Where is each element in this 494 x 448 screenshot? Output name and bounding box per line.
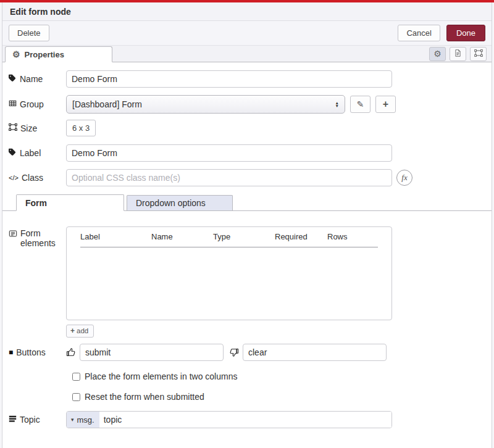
topic-label-text: Topic [20,415,40,425]
column-header-name: Name [151,232,213,241]
column-header-type: Type [213,232,275,241]
dialog-toolbar: Delete Cancel Done [2,21,492,46]
group-label-text: Group [20,99,44,109]
topic-input[interactable] [99,412,391,428]
dialog-title: Edit form node [2,2,492,21]
edit-group-button[interactable]: ✎ [350,96,371,113]
reset-form-checkbox[interactable] [72,393,80,401]
column-header-label: Label [80,232,151,241]
clear-button-input[interactable] [243,344,387,361]
topic-row: Topic ▾ msg. [2,411,492,428]
list-alt-icon [9,230,17,239]
size-label: Size [9,123,66,133]
submit-button-input[interactable] [80,344,224,361]
tabbar-buttons: ⚙ [429,47,492,61]
square-icon: ■ [9,348,13,357]
description-icon-button[interactable] [450,47,466,61]
topic-label: Topic [9,415,66,425]
name-row: Name [2,70,492,88]
fx-button[interactable]: fx [396,170,412,186]
plus-icon: + [383,99,388,110]
thumbs-up-icon [66,347,76,357]
gear-icon: ⚙ [433,49,442,58]
tab-properties[interactable]: ⚙ Properties [5,46,112,62]
tab-properties-label: Properties [25,50,64,59]
group-label: Group [9,99,66,109]
reset-form-label[interactable]: Reset the form when submitted [85,392,204,402]
fx-icon: fx [401,173,407,183]
form-elements-label: Form elements [9,228,66,248]
size-row: Size 6 x 3 [2,120,492,136]
editor-tabbar: ⚙ Properties ⚙ [2,46,492,62]
label-input[interactable] [66,144,392,162]
add-group-button[interactable]: + [375,96,396,113]
chevron-down-icon: ▾ [71,417,74,423]
name-input[interactable] [66,70,392,88]
column-header-rows: Rows [327,232,378,241]
properties-icon-button[interactable]: ⚙ [429,47,446,61]
group-row: Group [Dashboard] Form ▲▼ ✎ + [2,95,492,114]
code-icon: </> [9,174,19,181]
name-label: Name [9,74,66,84]
object-group-icon [9,123,17,133]
delete-button[interactable]: Delete [9,25,49,41]
group-select[interactable]: [Dashboard] Form ▲▼ [66,95,345,114]
group-select-value: [Dashboard] Form [72,99,142,109]
add-element-label: add [77,327,88,334]
label-label: Label [9,148,66,158]
subtab-form[interactable]: Form [16,194,124,211]
two-columns-checkbox[interactable] [72,373,80,381]
thumbs-down-icon [229,347,239,357]
done-button[interactable]: Done [446,25,485,41]
gear-icon: ⚙ [12,50,20,59]
class-label: </> Class [9,173,66,183]
object-group-icon [474,49,483,59]
two-columns-option: Place the form elements in two columns [72,371,485,381]
form-elements-label-text: Form elements [20,228,66,248]
pencil-icon: ✎ [357,99,364,109]
subtab-dropdown-options[interactable]: Dropdown options [127,195,233,210]
size-label-text: Size [20,123,37,133]
form-subtabs: Form Dropdown options [2,194,492,211]
buttons-label-text: Buttons [16,347,45,357]
appearance-icon-button[interactable] [470,47,487,61]
class-input[interactable] [66,169,392,186]
form-elements-header: Label Name Type Required Rows [80,232,378,247]
buttons-row: ■ Buttons [2,344,492,361]
edit-node-tray: Edit form node Delete Cancel Done ⚙ Prop… [2,2,492,448]
tag-icon [9,74,17,84]
label-row: Label [2,144,492,162]
table-icon [9,99,17,109]
tag-icon [9,148,17,158]
name-label-text: Name [20,74,43,84]
label-label-text: Label [20,148,41,158]
document-icon [454,49,462,59]
reset-form-option: Reset the form when submitted [72,392,485,402]
form-elements-table[interactable]: Label Name Type Required Rows [66,226,392,320]
select-arrows-icon: ▲▼ [335,101,339,108]
cancel-button[interactable]: Cancel [398,25,440,41]
size-button[interactable]: 6 x 3 [66,120,96,136]
buttons-label: ■ Buttons [9,347,66,357]
plus-icon: + [70,326,75,335]
two-columns-label[interactable]: Place the form elements in two columns [85,371,237,381]
column-header-required: Required [275,232,327,241]
class-row: </> Class fx [2,169,492,186]
properties-form: Name Group [Dashboard] Form ▲▼ ✎ + [2,62,492,448]
topic-typed-input: ▾ msg. [66,411,392,428]
class-label-text: Class [22,173,43,183]
typed-input-type-button[interactable]: ▾ msg. [67,412,99,428]
typed-input-prefix: msg. [77,415,94,425]
add-element-button[interactable]: + add [66,325,94,338]
form-elements-section: Form elements Label Name Type Required R… [2,226,492,338]
tasks-icon [9,415,17,425]
